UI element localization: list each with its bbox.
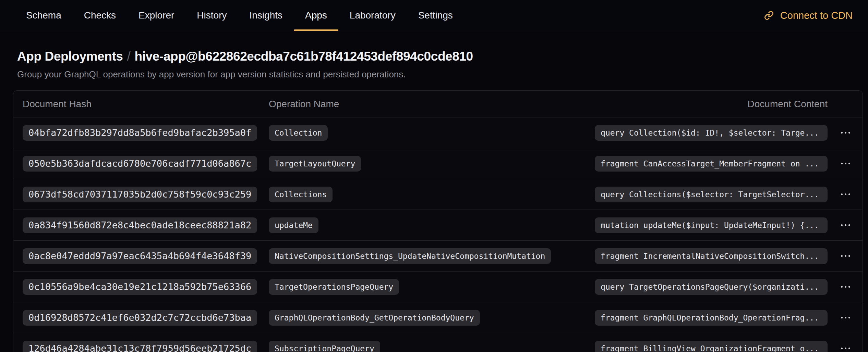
document-hash-badge: 0ac8e047eddd97a97eac6435a4b694f4e3648f39: [23, 248, 257, 264]
nav-tab-laboratory[interactable]: Laboratory: [338, 0, 407, 31]
operation-name-badge: Collections: [269, 187, 333, 202]
page-header: App Deployments/hive-app@b622862ecdba7c6…: [0, 31, 868, 80]
document-content-badge: query Collection($id: ID!, $selector: Ta…: [595, 125, 828, 141]
nav-tab-schema[interactable]: Schema: [15, 0, 73, 31]
ellipsis-icon: [841, 255, 850, 257]
nav-tab-label: Laboratory: [350, 10, 396, 21]
operation-name-badge: updateMe: [269, 217, 318, 233]
table-row: 0a834f91560d872e8c4bec0ade18ceec88821a82…: [13, 210, 863, 240]
table-row: 04bfa72dfb83b297dd8a5b6fed9bafac2b395a0f…: [13, 117, 863, 148]
ellipsis-icon: [841, 317, 850, 318]
nav-tabs: Schema Checks Explorer History Insights …: [15, 0, 464, 31]
document-hash-badge: 0a834f91560d872e8c4bec0ade18ceec88821a82: [23, 217, 257, 233]
document-content-badge: mutation updateMe($input: UpdateMeInput!…: [595, 217, 828, 233]
connect-to-cdn-button[interactable]: Connect to CDN: [764, 10, 853, 21]
nav-tab-label: Insights: [249, 10, 282, 21]
document-hash-badge: 04bfa72dfb83b297dd8a5b6fed9bafac2b395a0f: [23, 125, 257, 141]
nav-tab-label: Settings: [418, 10, 453, 21]
table-row: 0ac8e047eddd97a97eac6435a4b694f4e3648f39…: [13, 240, 863, 271]
nav-tab-apps[interactable]: Apps: [294, 0, 338, 31]
document-content-badge: fragment CanAccessTarget_MemberFragment …: [595, 156, 828, 172]
page-subtitle: Group your GraphQL operations by app ver…: [17, 69, 868, 80]
document-content-badge: fragment GraphQLOperationBody_OperationF…: [595, 310, 828, 326]
document-hash-badge: 126d46a4284abe31c13c78f7959d56eeb21725dc: [23, 341, 257, 352]
link-icon: [764, 11, 774, 20]
table-row: 126d46a4284abe31c13c78f7959d56eeb21725dc…: [13, 333, 863, 352]
operation-name-badge: TargetOperationsPageQuery: [269, 279, 399, 295]
document-hash-badge: 050e5b363dafdcacd6780e706cadf771d06a867c: [23, 156, 257, 172]
nav-tab-checks[interactable]: Checks: [73, 0, 127, 31]
ellipsis-icon: [841, 132, 850, 134]
nav-tab-label: Schema: [26, 10, 61, 21]
row-actions-button[interactable]: [837, 128, 854, 138]
ellipsis-icon: [841, 193, 850, 195]
breadcrumb: App Deployments/hive-app@b622862ecdba7c6…: [17, 49, 868, 64]
row-actions-button[interactable]: [837, 282, 854, 292]
row-actions-button[interactable]: [837, 313, 854, 323]
document-content-badge: fragment BillingView_OrganizationFragmen…: [595, 341, 828, 352]
deployment-name: hive-app@b622862ecdba7c61b78f412453def89…: [134, 49, 473, 63]
table-row: 0673df58cd7037117035b2d0c758f59c0c93c259…: [13, 179, 863, 210]
ellipsis-icon: [841, 348, 850, 349]
document-content-badge: fragment IncrementalNativeCompositionSwi…: [595, 248, 828, 264]
column-header-document-hash: Document Hash: [23, 99, 269, 110]
row-actions-button[interactable]: [837, 251, 854, 261]
connect-to-cdn-label: Connect to CDN: [780, 10, 853, 21]
table-row: 0d16928d8572c41ef6e032d2c7c72ccbd6e73baa…: [13, 302, 863, 333]
nav-tab-settings[interactable]: Settings: [407, 0, 464, 31]
nav-tab-label: Checks: [84, 10, 116, 21]
nav-right: Connect to CDN: [764, 0, 853, 31]
nav-tab-label: History: [197, 10, 227, 21]
operation-name-badge: GraphQLOperationBody_GetOperationBodyQue…: [269, 310, 480, 326]
table-row: 0c10556a9be4ca30e19e21c1218a592b75e63366…: [13, 271, 863, 302]
document-content-badge: query TargetOperationsPageQuery($organiz…: [595, 279, 828, 295]
column-header-operation-name: Operation Name: [269, 99, 589, 110]
deployments-table: Document Hash Operation Name Document Co…: [13, 90, 863, 352]
top-nav: Schema Checks Explorer History Insights …: [0, 0, 868, 31]
document-hash-badge: 0c10556a9be4ca30e19e21c1218a592b75e63366: [23, 279, 257, 295]
operation-name-badge: Collection: [269, 125, 328, 141]
document-hash-badge: 0d16928d8572c41ef6e032d2c7c72ccbd6e73baa: [23, 310, 257, 326]
breadcrumb-app-deployments[interactable]: App Deployments: [17, 49, 123, 63]
nav-tab-history[interactable]: History: [185, 0, 238, 31]
operation-name-badge: TargetLayoutQuery: [269, 156, 361, 172]
operation-name-badge: NativeCompositionSettings_UpdateNativeCo…: [269, 248, 551, 264]
document-content-badge: query Collections($selector: TargetSelec…: [595, 187, 828, 202]
table-body: 04bfa72dfb83b297dd8a5b6fed9bafac2b395a0f…: [13, 117, 863, 352]
table-row: 050e5b363dafdcacd6780e706cadf771d06a867c…: [13, 148, 863, 179]
row-actions-button[interactable]: [837, 159, 854, 168]
column-header-document-content: Document Content: [589, 99, 828, 110]
row-actions-button[interactable]: [837, 220, 854, 230]
nav-tab-label: Apps: [305, 10, 327, 21]
ellipsis-icon: [841, 163, 850, 164]
nav-tab-explorer[interactable]: Explorer: [127, 0, 185, 31]
row-actions-button[interactable]: [837, 343, 854, 352]
row-actions-button[interactable]: [837, 189, 854, 199]
operation-name-badge: SubscriptionPageQuery: [269, 341, 380, 352]
nav-tab-label: Explorer: [138, 10, 174, 21]
document-hash-badge: 0673df58cd7037117035b2d0c758f59c0c93c259: [23, 187, 257, 202]
breadcrumb-separator: /: [123, 49, 135, 63]
ellipsis-icon: [841, 286, 850, 288]
table-header: Document Hash Operation Name Document Co…: [13, 91, 863, 117]
nav-tab-insights[interactable]: Insights: [238, 0, 294, 31]
ellipsis-icon: [841, 224, 850, 226]
